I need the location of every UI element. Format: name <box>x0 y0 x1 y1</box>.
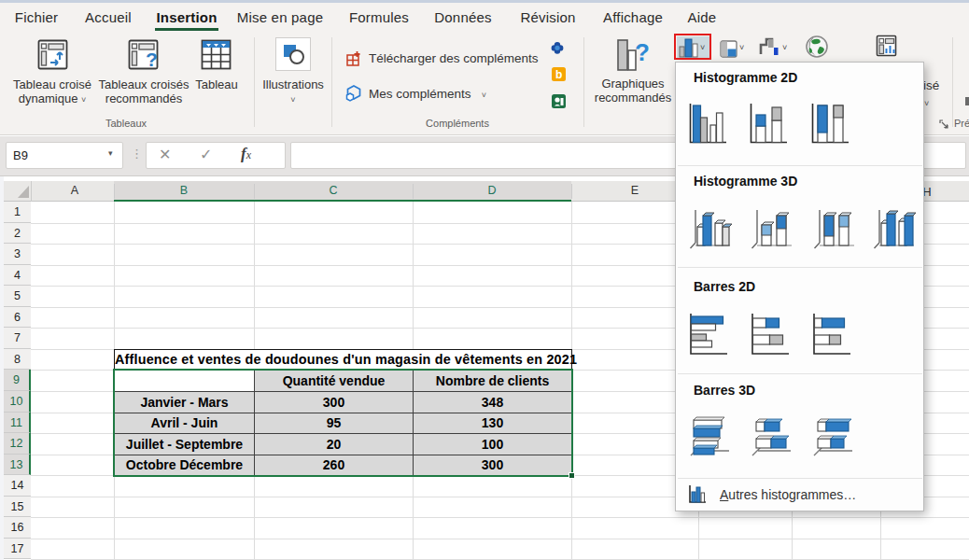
svg-text:b: b <box>555 68 562 81</box>
svg-text:?: ? <box>146 49 158 70</box>
svg-text:?: ? <box>635 38 650 66</box>
